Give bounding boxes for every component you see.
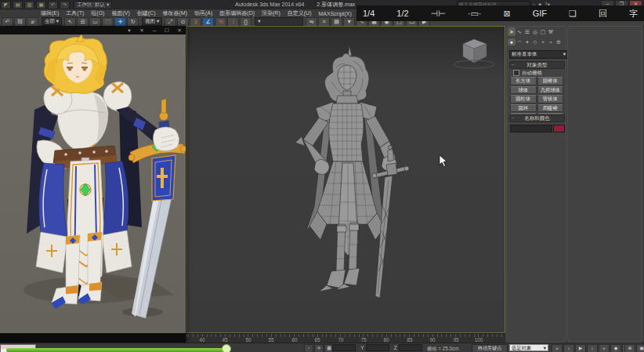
menu-create[interactable]: 创建(C) bbox=[137, 9, 156, 17]
recorder-gif-button[interactable]: GIF bbox=[533, 9, 547, 18]
go-to-end-button[interactable]: » bbox=[599, 344, 610, 352]
percent-snap-icon[interactable]: % bbox=[215, 17, 226, 27]
select-scale-icon[interactable]: ⤢ bbox=[165, 17, 176, 27]
tab-modify[interactable]: ∿ bbox=[516, 27, 523, 36]
rollout-name-color[interactable]: − 名称和颜色 bbox=[509, 114, 565, 122]
menu-customize[interactable]: 自定义(U) bbox=[288, 9, 312, 17]
button-sphere[interactable]: 球体 bbox=[510, 86, 537, 95]
video-progress-bar[interactable] bbox=[6, 348, 229, 352]
menu-rendering[interactable]: 渲染(R) bbox=[262, 9, 280, 17]
tab-hierarchy[interactable]: ☰ bbox=[523, 27, 531, 36]
object-name-input[interactable] bbox=[510, 125, 552, 132]
recorder-frames-icon[interactable]: ❏ bbox=[569, 9, 577, 19]
recorder-half-size[interactable]: 1/2 bbox=[396, 9, 408, 18]
tab-display[interactable]: ▢ bbox=[539, 27, 547, 36]
key-mode-button[interactable]: ◆ bbox=[610, 344, 621, 352]
viewer-menu-chevron-icon[interactable]: ▾ bbox=[123, 27, 136, 34]
subtab-cameras[interactable]: ◇ bbox=[531, 38, 539, 45]
viewer-close-button[interactable]: ✕ bbox=[173, 27, 186, 34]
viewer-title-bar[interactable]: ▾ ✕ ─ ☐ ✕ bbox=[0, 26, 186, 34]
key-filter-dropdown[interactable]: 选定对象▾ bbox=[509, 344, 548, 351]
selection-region-icon[interactable]: ▭ bbox=[89, 17, 101, 27]
graphite-ribbon-icon[interactable]: ▼ bbox=[343, 17, 355, 27]
perspective-viewport[interactable] bbox=[186, 26, 505, 333]
tab-utilities[interactable]: ⚒ bbox=[547, 27, 555, 36]
window-crossing-icon[interactable]: ⬚ bbox=[102, 17, 114, 27]
previous-frame-button[interactable]: ‹ bbox=[563, 344, 574, 352]
play-button[interactable]: ▶ bbox=[575, 344, 586, 352]
recorder-region-icon[interactable]: ⊠ bbox=[504, 9, 511, 19]
subtab-shapes[interactable]: ◠ bbox=[516, 38, 523, 45]
y-coordinate-field[interactable] bbox=[366, 344, 389, 351]
edit-named-sets-icon[interactable]: {} bbox=[240, 17, 251, 27]
rollout-object-type[interactable]: − 对象类型 bbox=[509, 61, 565, 69]
recorder-text-tool[interactable]: 字 bbox=[629, 8, 638, 20]
menu-animation[interactable]: 动画(A) bbox=[194, 9, 212, 17]
undo-scene-icon[interactable]: ↶ bbox=[2, 17, 13, 27]
wireframe-model[interactable] bbox=[295, 45, 409, 298]
select-by-name-icon[interactable]: ☰ bbox=[77, 17, 89, 27]
button-box[interactable]: 长方体 bbox=[510, 77, 537, 85]
open-file-icon[interactable]: ▥ bbox=[24, 1, 34, 9]
next-frame-button[interactable]: › bbox=[587, 344, 598, 352]
view-cube[interactable] bbox=[454, 39, 494, 68]
menu-group[interactable]: 组(G) bbox=[91, 9, 104, 17]
redo-icon[interactable]: ↷ bbox=[60, 1, 70, 9]
menu-graph-editors[interactable]: 图形编辑器(D) bbox=[219, 9, 255, 17]
subtab-lights[interactable]: ✦ bbox=[523, 38, 531, 45]
select-move-icon[interactable]: ✛ bbox=[114, 17, 126, 27]
undo-icon[interactable]: ↶ bbox=[48, 1, 58, 9]
app-logo-icon[interactable]: ◤ bbox=[1, 1, 11, 9]
viewer-maximize-button[interactable]: ☐ bbox=[161, 27, 173, 34]
snap-toggle-3d-icon[interactable]: 3 bbox=[190, 17, 201, 27]
menu-views[interactable]: 视图(V) bbox=[111, 9, 129, 17]
save-file-icon[interactable]: ▦ bbox=[36, 1, 46, 9]
align-icon[interactable]: ≡ bbox=[318, 17, 330, 27]
recorder-quarter-size[interactable]: 1/4 bbox=[363, 9, 374, 18]
menu-tools[interactable]: 工具(T) bbox=[66, 9, 84, 17]
button-pyramid[interactable]: 四棱锥 bbox=[537, 104, 564, 113]
button-cylinder[interactable]: 圆柱体 bbox=[510, 95, 537, 103]
unlink-icon[interactable]: ⌀ bbox=[27, 17, 38, 27]
autogrid-checkbox[interactable] bbox=[513, 70, 519, 76]
button-cone[interactable]: 圆锥体 bbox=[537, 77, 564, 85]
recorder-window-capture-icon[interactable]: ·▭· bbox=[468, 9, 482, 19]
coord-system-dropdown[interactable]: 视图 ▾ bbox=[142, 17, 162, 26]
object-color-swatch[interactable] bbox=[553, 125, 565, 132]
subtab-helpers[interactable]: ⌖ bbox=[539, 38, 547, 45]
angle-snap-icon[interactable]: ∠ bbox=[202, 17, 214, 27]
menu-edit[interactable]: 编辑(E) bbox=[41, 9, 59, 17]
tab-create[interactable]: ➤ bbox=[508, 27, 516, 36]
selection-filter-dropdown[interactable]: 全部 ▾ bbox=[42, 17, 62, 26]
menu-maxscript[interactable]: MAXScript(X) bbox=[318, 11, 351, 16]
go-to-start-button[interactable]: « bbox=[552, 344, 563, 352]
tab-motion[interactable]: ◎ bbox=[531, 27, 539, 36]
recorder-border-icon[interactable]: 回 bbox=[599, 8, 607, 20]
button-geosphere[interactable]: 几何球体 bbox=[537, 86, 564, 95]
layer-manager-icon[interactable]: ▤ bbox=[331, 17, 342, 27]
zoom-extents-icon[interactable]: ⊕ bbox=[624, 344, 635, 352]
select-object-icon[interactable]: ↖ bbox=[64, 17, 76, 27]
mirror-icon[interactable]: ⇋ bbox=[306, 17, 317, 27]
geometry-category-dropdown[interactable]: 标准基本体▾ bbox=[509, 50, 568, 59]
maximize-viewport-icon[interactable]: ▣ bbox=[636, 344, 644, 352]
subtab-spacewarps[interactable]: ≈ bbox=[547, 38, 555, 45]
named-sets-dropdown[interactable]: ▾ bbox=[255, 17, 303, 26]
subtab-geometry[interactable]: ● bbox=[508, 38, 516, 45]
z-coordinate-field[interactable] bbox=[399, 344, 422, 351]
button-torus[interactable]: 圆环 bbox=[510, 104, 537, 113]
spinner-snap-icon[interactable]: ↕ bbox=[227, 17, 239, 27]
auto-key-button[interactable]: 自动关键点 bbox=[472, 344, 508, 352]
recorder-resize-icon[interactable]: ⊣⊢ bbox=[431, 9, 446, 19]
viewer-minimize-button[interactable]: ─ bbox=[148, 27, 161, 34]
workspace-dropdown[interactable]: 工作区: 默认 ▾ bbox=[74, 1, 112, 9]
viewer-pin-close-icon[interactable]: ✕ bbox=[136, 27, 148, 34]
button-tube[interactable]: 管状体 bbox=[537, 95, 564, 103]
select-rotate-icon[interactable]: ↻ bbox=[127, 17, 139, 27]
subtab-systems[interactable]: ⚙ bbox=[555, 38, 563, 45]
select-link-icon[interactable]: ⛓ bbox=[14, 17, 26, 27]
use-pivot-icon[interactable]: ⊙ bbox=[177, 17, 189, 27]
selection-lock-icon[interactable]: ▫ bbox=[304, 344, 313, 352]
x-coordinate-field[interactable] bbox=[332, 344, 356, 351]
video-progress-knob[interactable] bbox=[222, 344, 231, 352]
